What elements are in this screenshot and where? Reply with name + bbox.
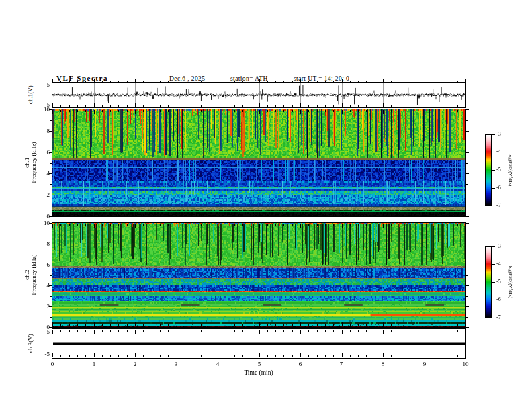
colorbar-ch2-title-text: log(PSD)(V²/Hz) bbox=[508, 266, 513, 298]
colorbar-tick bbox=[492, 264, 495, 265]
y-tick-label: 4 bbox=[39, 282, 50, 289]
y-tick-label: 10 bbox=[39, 220, 50, 226]
x-tick-label: 1 bbox=[86, 361, 102, 367]
x-tick-label: 6 bbox=[292, 361, 308, 367]
y-tick-label: 0 bbox=[39, 213, 50, 220]
x-tick-label: 4 bbox=[210, 361, 226, 367]
colorbar-tick bbox=[492, 188, 495, 189]
y-tick-label: 5 bbox=[39, 328, 50, 335]
spec1-channel-label: ch.1 bbox=[24, 142, 30, 183]
vlf-spectra-figure: VLF Spectra Dec.6 , 2025 station= ATH st… bbox=[0, 0, 532, 411]
colorbar-tick bbox=[492, 246, 495, 247]
x-tick-label: 10 bbox=[457, 361, 474, 367]
colorbar-tick-label: -5 bbox=[496, 167, 501, 173]
colorbar-tick bbox=[492, 170, 495, 171]
colorbar-tick bbox=[492, 134, 495, 135]
colorbar-tick-label: -5 bbox=[496, 279, 501, 285]
colorbar-tick-label: -6 bbox=[496, 297, 501, 302]
colorbar-tick bbox=[492, 152, 495, 152]
colorbar-tick-label: -3 bbox=[496, 244, 501, 249]
colorbar-ch1-title-text: log(PSD)(V²/Hz) bbox=[508, 154, 513, 186]
x-tick-label: 0 bbox=[44, 361, 60, 367]
colorbar-tick-label: -6 bbox=[496, 185, 501, 191]
y-tick-label: 4 bbox=[39, 170, 50, 177]
y-tick-label: -5 bbox=[39, 351, 50, 357]
colorbar-tick bbox=[492, 300, 495, 300]
ch3-waveform-plot bbox=[47, 324, 471, 363]
ch3-axis-title-text: ch.3(V) bbox=[27, 334, 34, 353]
y-tick-label: 8 bbox=[39, 128, 50, 134]
x-tick-label: 3 bbox=[168, 361, 184, 367]
y-tick-label: 5 bbox=[39, 81, 50, 88]
colorbar-tick-label: -3 bbox=[496, 132, 501, 137]
colorbar-tick bbox=[492, 205, 495, 206]
y-tick-label: 10 bbox=[39, 106, 50, 113]
colorbar-ch1-gradient bbox=[485, 134, 492, 205]
colorbar-tick-label: -4 bbox=[496, 261, 501, 267]
x-tick-label: 8 bbox=[375, 361, 391, 367]
ch1-axis-title-text: ch.1(V) bbox=[27, 85, 34, 104]
ch1-spectrogram-plot bbox=[47, 104, 471, 222]
x-axis-title: Time (min) bbox=[232, 369, 285, 376]
colorbar-ch2-gradient bbox=[485, 246, 492, 318]
y-tick-label: 2 bbox=[39, 191, 50, 198]
spec2-frequency-label: Frequency (kHz) bbox=[30, 254, 37, 295]
y-tick-label: 2 bbox=[39, 303, 50, 310]
x-tick-label: 2 bbox=[127, 361, 143, 367]
x-tick-label: 7 bbox=[333, 361, 349, 367]
y-tick-label: 8 bbox=[39, 240, 50, 247]
y-tick-label: 6 bbox=[39, 149, 50, 156]
ch2-spectrogram-plot bbox=[47, 218, 471, 332]
y-tick-label: 6 bbox=[39, 261, 50, 268]
colorbar-tick bbox=[492, 282, 495, 283]
spec2-channel-label: ch.2 bbox=[24, 254, 30, 295]
colorbar-tick-label: -4 bbox=[496, 149, 501, 154]
colorbar-tick-label: -7 bbox=[496, 203, 501, 208]
spec1-frequency-label: Frequency (kHz) bbox=[30, 142, 37, 183]
colorbar-tick-label: -7 bbox=[496, 315, 501, 320]
x-tick-label: 5 bbox=[251, 361, 267, 367]
x-tick-label: 9 bbox=[416, 361, 433, 367]
colorbar-tick bbox=[492, 318, 495, 318]
